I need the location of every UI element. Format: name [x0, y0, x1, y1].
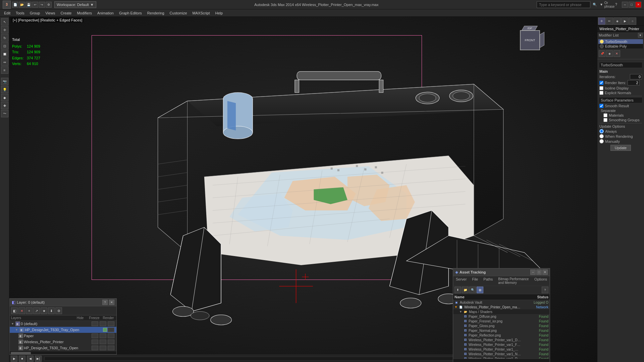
layers-close-btn[interactable]: ✕	[109, 300, 114, 305]
layer-toggle-wireless-render[interactable]	[108, 340, 114, 344]
layer-toggle-hpn-render[interactable]	[108, 346, 114, 350]
minimize-btn[interactable]: –	[622, 2, 628, 8]
menu-customize[interactable]: Customize	[167, 10, 190, 16]
layers-scroll-thumb[interactable]	[11, 352, 31, 355]
nav-cube[interactable]: TOP FRONT	[517, 27, 543, 54]
asset-row-wpp-fresnel[interactable]: 🖼 Wireless_Plotter_Printer_var1_Fresnel_…	[453, 342, 550, 347]
asset-row-paper-diffuse[interactable]: 🖼 Paper_Diffuse.png Found	[453, 314, 550, 319]
add-selection-btn[interactable]: +	[26, 307, 33, 314]
panel-tab-hierarchy[interactable]: ◈	[613, 17, 621, 25]
animation-bar[interactable]	[44, 357, 519, 361]
panel-tab-display[interactable]: ○	[629, 17, 636, 25]
layer-row-paper[interactable]: ◧ Paper	[10, 333, 116, 339]
layers-help-btn[interactable]: ?	[102, 300, 108, 305]
close-btn[interactable]: ✕	[635, 2, 641, 8]
layers-scrollbar[interactable]	[10, 351, 116, 354]
layer-row-hp-nested[interactable]: ◧ HP_DesignJet_T630_Tray_Open	[10, 345, 116, 351]
layer-toggle-hp-hide[interactable]	[108, 327, 114, 332]
redo-btn[interactable]: ↪	[39, 2, 45, 8]
layer-row-wireless[interactable]: ◧ Wireless_Plotter_Printer	[10, 339, 116, 345]
asset-tab-bitmap[interactable]: Bitmap Performance and Memory	[497, 277, 530, 285]
layer-toggle-paper-freeze[interactable]	[100, 334, 106, 338]
panel-tab-motion[interactable]: ▶	[621, 17, 629, 25]
asset-row-wpp-gloss[interactable]: 🖼 Wireless_Plotter_Printer_var1_Gloss.pn…	[453, 347, 550, 352]
render-iters-input[interactable]	[628, 80, 640, 85]
asset-row-paper-normal[interactable]: 🖼 Paper_Normal.png Found	[453, 328, 550, 333]
layer-toggle-wireless-freeze[interactable]	[100, 340, 106, 344]
pin-stack-btn[interactable]: 📌	[599, 50, 605, 57]
layer-toggle-wireless-hide[interactable]	[92, 340, 98, 344]
menu-maxscript[interactable]: MAXScript	[190, 10, 213, 16]
asset-tool-3[interactable]: 🔍	[469, 287, 476, 293]
mirror-tool[interactable]: ⇔	[1, 58, 8, 66]
delete-layer-btn[interactable]: ✕	[18, 307, 25, 314]
undo-btn[interactable]: ↩	[32, 2, 38, 8]
smoothing-groups-checkbox[interactable]	[603, 118, 607, 122]
surface-params-section[interactable]: Surface Parameters	[599, 97, 642, 103]
layer-row-default[interactable]: ▼ ◧ 0 (default)	[10, 321, 116, 327]
new-btn[interactable]: 📄	[12, 2, 18, 8]
helper-tool[interactable]: ✚	[1, 102, 8, 109]
asset-minimize-btn[interactable]: –	[530, 269, 536, 275]
open-btn[interactable]: 📂	[19, 2, 25, 8]
search-options-icon[interactable]: ▼	[598, 2, 604, 8]
highlight-selection-btn[interactable]: ★	[41, 307, 47, 314]
modifier-item-turbosmooth[interactable]: TurboSmooth	[598, 39, 643, 44]
layer-row-hp-tray[interactable]: ▼ ◧ HP_DesignJet_T630_Tray_Open	[10, 327, 116, 333]
snap-tool[interactable]: 🔲	[1, 50, 8, 58]
geometry-tool[interactable]: ◆	[1, 94, 8, 101]
maximize-btn[interactable]: □	[629, 2, 635, 8]
isoline-checkbox[interactable]	[599, 86, 603, 90]
asset-row-maps-group[interactable]: ▼ 📂 Maps / Shaders	[453, 309, 550, 314]
asset-tab-options[interactable]: Options	[533, 277, 548, 285]
camera-tool[interactable]: 📷	[1, 78, 8, 85]
light-tool[interactable]: 💡	[1, 86, 8, 93]
layer-settings-btn[interactable]: ⚙	[55, 307, 62, 314]
asset-row-paper-gloss[interactable]: 🖼 Paper_Gloss.png Found	[453, 323, 550, 328]
config-btn[interactable]: ⚙	[46, 2, 52, 8]
asset-row-paper-reflection[interactable]: 🖼 Paper_Reflection.png Found	[453, 333, 550, 338]
menu-graph-editors[interactable]: Graph Editors	[116, 10, 145, 16]
next-frame-btn[interactable]: ▶|	[35, 356, 42, 362]
menu-rendering[interactable]: Rendering	[145, 10, 167, 16]
layer-toggle-paper-hide[interactable]	[92, 334, 98, 338]
menu-create[interactable]: Create	[58, 10, 74, 16]
asset-close-btn[interactable]: ✕	[542, 269, 548, 275]
layer-toggle-default-hide[interactable]	[92, 321, 98, 326]
layer-toggle-hpn-freeze[interactable]	[100, 346, 106, 350]
layer-toggle-hpn-hide[interactable]	[92, 346, 98, 350]
help-icon[interactable]: ?	[613, 2, 619, 8]
asset-tab-file[interactable]: File	[471, 277, 479, 285]
new-layer-btn[interactable]: ◧	[11, 307, 18, 314]
modifier-visible-bulb-0[interactable]	[600, 40, 604, 44]
rotate-tool[interactable]: ↻	[1, 34, 8, 42]
select-from-layer-btn[interactable]: ↗	[33, 307, 40, 314]
asset-tool-2[interactable]: 📁	[462, 287, 469, 293]
asset-tool-4[interactable]: ▦	[477, 287, 483, 293]
viewport-label[interactable]: [+] [Perspective] [Realistic + Edged Fac…	[11, 18, 84, 22]
save-btn[interactable]: 💾	[25, 2, 32, 8]
smooth-result-checkbox[interactable]	[599, 104, 603, 108]
menu-views[interactable]: Views	[43, 10, 58, 16]
manually-radio[interactable]	[599, 139, 604, 143]
asset-tab-server[interactable]: Server	[454, 277, 468, 285]
remove-modifier-btn[interactable]: ✕	[613, 50, 620, 57]
menu-animation[interactable]: Animation	[95, 10, 116, 16]
iterations-input[interactable]	[630, 74, 642, 79]
merge-layers-btn[interactable]: ⬇	[48, 307, 55, 314]
asset-row-vault[interactable]: ▣ Autodesk Vault Logged O	[453, 300, 550, 305]
asset-row-wpp-reflection[interactable]: 🖼 Wireless_Plotter_Printer_var1_Reflecti…	[453, 356, 550, 359]
materials-checkbox[interactable]	[603, 113, 607, 117]
menu-help[interactable]: Help	[213, 10, 226, 16]
asset-tool-1[interactable]: ⬆	[454, 287, 461, 293]
explicit-normals-checkbox[interactable]	[599, 91, 603, 95]
move-tool[interactable]: ✛	[1, 26, 8, 34]
asset-row-file[interactable]: ▼ 📄 Wireless_Plotter_Printer_Open_max_vr…	[453, 305, 550, 309]
asset-scrollbar-h[interactable]	[453, 359, 550, 362]
asset-row-paper-fresnel[interactable]: 🖼 Paper_Fresnel_ior.png Found	[453, 319, 550, 323]
play-btn[interactable]: ▶	[11, 356, 17, 362]
always-radio[interactable]	[599, 129, 604, 133]
modifier-visible-bulb-1[interactable]	[600, 44, 604, 48]
menu-edit[interactable]: Edit	[1, 10, 13, 16]
turbosmooth-section-header[interactable]: TurboSmooth	[599, 62, 642, 68]
